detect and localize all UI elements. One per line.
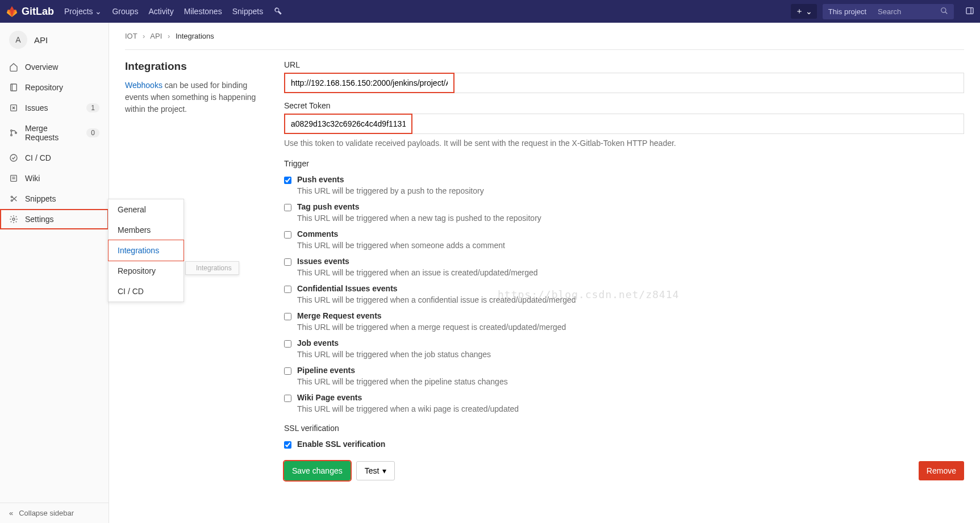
trigger-row: Wiki Page eventsThis URL will be trigger…: [284, 393, 964, 413]
trigger-desc: This URL will be triggered when a merge …: [297, 323, 566, 332]
svg-point-9: [11, 130, 12, 132]
trigger-row: Push eventsThis URL will be triggered by…: [284, 175, 964, 195]
page-title: Integrations: [125, 60, 267, 73]
sidebar-item-label: Overview: [25, 62, 58, 72]
trigger-desc: This URL will be triggered when a wiki p…: [297, 404, 519, 413]
sidebar-item-label: Settings: [25, 215, 54, 224]
brand-logo[interactable]: GitLab: [6, 5, 54, 18]
sidebar-item-merge-requests[interactable]: Merge Requests0: [0, 118, 109, 148]
svg-rect-2: [966, 7, 973, 14]
trigger-checkbox[interactable]: [284, 286, 291, 293]
trigger-checkbox[interactable]: [284, 313, 291, 320]
sidebar-item-label: CI / CD: [25, 153, 51, 162]
nav-snippets[interactable]: Snippets: [232, 7, 263, 16]
trigger-label: Comments: [297, 229, 505, 239]
trigger-label: Trigger: [284, 159, 964, 168]
save-button[interactable]: Save changes: [284, 461, 351, 480]
sidebar-item-settings[interactable]: Settings: [0, 209, 109, 229]
remove-button[interactable]: Remove: [919, 461, 964, 480]
breadcrumb-item[interactable]: API: [150, 32, 162, 40]
ssl-checkbox[interactable]: [284, 441, 291, 449]
token-input[interactable]: [285, 115, 411, 133]
sidebar-item-label: Repository: [25, 83, 63, 92]
trigger-row: Merge Request eventsThis URL will be tri…: [284, 311, 964, 332]
nav-groups[interactable]: Groups: [112, 7, 138, 16]
sidebar-toggle-icon[interactable]: [965, 6, 974, 17]
trigger-checkbox[interactable]: [284, 231, 291, 239]
submenu-general[interactable]: General: [109, 199, 184, 220]
url-input[interactable]: [285, 74, 453, 92]
trigger-row: CommentsThis URL will be triggered when …: [284, 229, 964, 250]
trigger-checkbox[interactable]: [284, 177, 291, 184]
snip-icon: [9, 194, 18, 203]
nav-projects[interactable]: Projects ⌄: [64, 7, 102, 16]
trigger-desc: This URL will be triggered by a push to …: [297, 186, 484, 195]
webhooks-link[interactable]: Webhooks: [125, 81, 162, 90]
home-icon: [9, 62, 18, 72]
sidebar-item-label: Snippets: [25, 194, 56, 203]
wiki-icon: [9, 174, 18, 183]
svg-point-17: [11, 196, 12, 198]
chevron-down-icon: ⌄: [806, 7, 812, 16]
submenu-members[interactable]: Members: [109, 220, 184, 240]
svg-line-1: [945, 11, 948, 14]
test-button[interactable]: Test ▾: [356, 461, 395, 480]
trigger-checkbox[interactable]: [284, 340, 291, 348]
trigger-checkbox[interactable]: [284, 395, 291, 402]
merge-icon: [9, 128, 18, 137]
search-scope[interactable]: This project: [823, 4, 872, 19]
sidebar-item-overview[interactable]: Overview: [0, 57, 109, 77]
search-input[interactable]: [872, 4, 935, 19]
ssl-label: SSL verification: [284, 424, 964, 433]
topbar-right: ＋ ⌄ This project: [791, 4, 974, 19]
nav-admin-wrench[interactable]: [273, 6, 282, 17]
nav-activity[interactable]: Activity: [148, 7, 173, 16]
repo-icon: [9, 83, 18, 92]
url-label: URL: [284, 60, 964, 69]
token-label: Secret Token: [284, 101, 964, 110]
new-menu-button[interactable]: ＋ ⌄: [791, 4, 817, 19]
issues-icon: [9, 103, 18, 112]
sidebar: A API OverviewRepositoryIssues1Merge Req…: [0, 23, 109, 523]
nav-milestones[interactable]: Milestones: [184, 7, 222, 16]
sidebar-badge: 0: [86, 128, 99, 137]
sidebar-item-label: Merge Requests: [25, 124, 80, 142]
search-icon[interactable]: [935, 7, 954, 16]
trigger-checkbox[interactable]: [284, 204, 291, 211]
svg-point-12: [10, 154, 17, 161]
trigger-label: Merge Request events: [297, 311, 566, 320]
sidebar-item-ci-cd[interactable]: CI / CD: [0, 148, 109, 168]
trigger-label: Issues events: [297, 257, 538, 266]
submenu-repository[interactable]: Repository: [109, 261, 184, 281]
chevron-right-icon: ›: [143, 32, 145, 40]
submenu-cicd[interactable]: CI / CD: [109, 281, 184, 302]
chevron-left-icon: «: [9, 509, 13, 517]
webhook-form: URL Secret Token Use this token to valid…: [284, 60, 964, 480]
trigger-desc: This URL will be triggered when the pipe…: [297, 377, 508, 386]
submenu-integrations[interactable]: Integrations: [108, 240, 184, 261]
svg-point-18: [12, 218, 15, 220]
gitlab-logo-icon: [6, 5, 18, 18]
trigger-desc: This URL will be triggered when an issue…: [297, 268, 538, 277]
submenu-tooltip: Integrations: [185, 261, 239, 275]
trigger-row: Job eventsThis URL will be triggered whe…: [284, 338, 964, 359]
trigger-checkbox[interactable]: [284, 258, 291, 266]
project-header[interactable]: A API: [0, 23, 109, 57]
collapse-sidebar[interactable]: « Collapse sidebar: [0, 503, 109, 523]
sidebar-badge: 1: [86, 103, 99, 112]
main-content: IOT › API › Integrations https://blog.cs…: [109, 23, 980, 523]
sidebar-item-snippets[interactable]: Snippets: [0, 189, 109, 209]
topbar: GitLab Projects ⌄ Groups Activity Milest…: [0, 0, 980, 23]
sidebar-item-wiki[interactable]: Wiki: [0, 168, 109, 189]
trigger-label: Pipeline events: [297, 366, 508, 375]
svg-point-10: [11, 135, 12, 136]
trigger-checkbox[interactable]: [284, 367, 291, 375]
trigger-desc: This URL will be triggered when the job …: [297, 350, 491, 359]
trigger-label: Wiki Page events: [297, 393, 519, 402]
svg-point-0: [941, 7, 946, 12]
sidebar-item-issues[interactable]: Issues1: [0, 98, 109, 118]
trigger-row: Tag push eventsThis URL will be triggere…: [284, 202, 964, 223]
cicd-icon: [9, 153, 18, 162]
sidebar-item-repository[interactable]: Repository: [0, 77, 109, 98]
breadcrumb-item[interactable]: IOT: [125, 32, 137, 40]
